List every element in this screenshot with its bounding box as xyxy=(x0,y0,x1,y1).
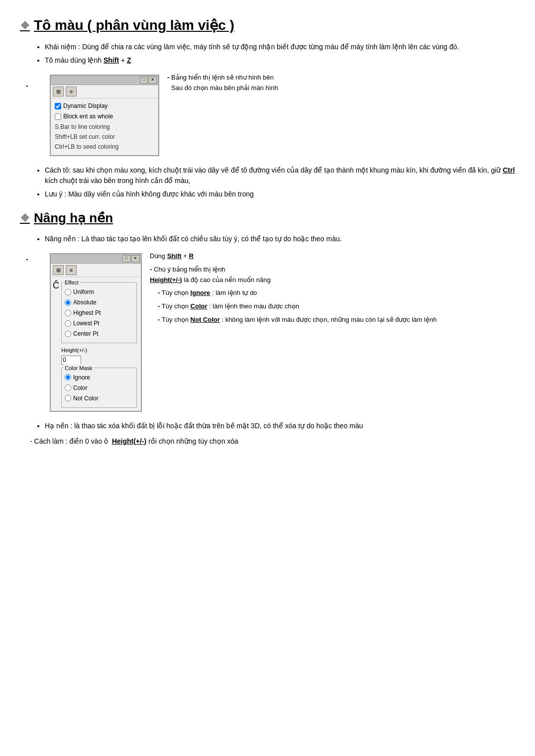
note-ignore: - Tùy chọn Ignore : làm lệnh tự do xyxy=(158,288,515,298)
height-section: Height(+/-) xyxy=(61,346,137,365)
shiftlb-text: Shift+LB set curr. color xyxy=(55,132,154,141)
bullet-cach-to: Cách tô: sau khi chọn màu xong, kích chu… xyxy=(45,165,515,186)
dialog-toolbar-2: ⊞ ≡ xyxy=(51,264,141,277)
color-label: Color xyxy=(73,383,88,392)
uniform-radio[interactable] xyxy=(65,289,71,295)
section2-bullets: Nâng nền : Là thao tác tạo tạo lên khối … xyxy=(45,234,515,244)
center-label: Center Pt xyxy=(73,329,99,338)
minimize-btn[interactable]: □ xyxy=(140,77,148,84)
absolute-radio[interactable] xyxy=(65,299,71,306)
lowest-label: Lowest Pt xyxy=(73,319,100,328)
block-ent-checkbox[interactable] xyxy=(55,113,61,120)
close-btn-2[interactable]: ✕ xyxy=(131,255,139,262)
not-color-radio[interactable] xyxy=(65,395,71,401)
dialog-minus-1: - xyxy=(26,81,28,91)
minimize-btn-2[interactable]: □ xyxy=(122,255,130,262)
diamond-icon: ❖ xyxy=(20,17,30,34)
radio-highest: Highest Pt xyxy=(65,308,133,317)
effect-group-content: Uniform Absolute Highest Pt xyxy=(65,287,133,338)
radio-absolute: Absolute xyxy=(65,298,133,307)
cursor-icon: Ĉ xyxy=(53,279,59,292)
dialog-area-1: - □ ✕ ⊞ ≡ Dynamic Display xyxy=(35,71,515,160)
highest-label: Highest Pt xyxy=(73,308,101,317)
bullet-ha-nen: Hạ nền : là thao tác xóa khối đất bị lỗi… xyxy=(45,421,515,431)
dialog-box-1: □ ✕ ⊞ ≡ Dynamic Display Block ent as who… xyxy=(50,75,159,156)
close-btn[interactable]: ✕ xyxy=(149,77,157,84)
note-color: - Tùy chọn Color : làm lệnh theo màu đượ… xyxy=(158,301,515,312)
bullet-luu-y: Lưu ý : Màu dây viền của hình không được… xyxy=(45,189,515,199)
bullet-to-mau-lenh: Tô màu dùng lệnh Shift + Z xyxy=(45,55,515,66)
section2-title: ❖ Nâng hạ nền xyxy=(20,208,515,228)
dialog-to-mau: - □ ✕ ⊞ ≡ Dynamic Display xyxy=(35,71,159,160)
effect-group-label: Effect xyxy=(64,279,80,287)
height-input[interactable] xyxy=(61,356,81,365)
height-label: Height(+/-) xyxy=(61,346,137,355)
highest-radio[interactable] xyxy=(65,310,71,316)
dialog-body-1: Dynamic Display Block ent as whole S.Bar… xyxy=(51,98,158,155)
uniform-label: Uniform xyxy=(73,287,94,296)
diamond2-icon: ❖ xyxy=(20,210,30,226)
note-not-color: - Tùy chọn Not Color : không làm lệnh vớ… xyxy=(158,315,515,325)
lowest-radio[interactable] xyxy=(65,320,71,327)
dash-note1: - xyxy=(167,74,169,81)
dung-shift: Dùng Shift + R xyxy=(150,251,515,262)
cach-lam-line: - Cách làm : điền 0 vào ô Height(+/-) rồ… xyxy=(30,436,515,447)
dialog-area-2: - □ ✕ ⊞ ≡ Ĉ Eff xyxy=(35,249,515,416)
radio-center: Center Pt xyxy=(65,329,133,338)
note1-line2: Sau đó chọn màu bên phải màn hình xyxy=(171,84,278,92)
dialog-nang-nen: □ ✕ ⊞ ≡ Ĉ Effect xyxy=(50,253,142,412)
dynamic-display-label: Dynamic Display xyxy=(63,101,107,110)
radio-lowest: Lowest Pt xyxy=(65,319,133,328)
section1-bullets2: Cách tô: sau khi chọn màu xong, kích chu… xyxy=(45,165,515,199)
list-icon[interactable]: ≡ xyxy=(66,87,77,96)
ctrllb-text: Ctrl+LB to seed coloring xyxy=(55,142,154,151)
dialog-titlebar-1: □ ✕ xyxy=(51,76,158,85)
colormask-group-label: Color Mask xyxy=(64,364,94,373)
list-icon-2[interactable]: ≡ xyxy=(66,265,77,275)
section1-note: - Bảng hiển thị lệnh sẽ như hình bên Sau… xyxy=(167,71,278,94)
color-radio[interactable] xyxy=(65,384,71,391)
dynamic-display-checkbox[interactable] xyxy=(55,103,61,109)
dynamic-display-row: Dynamic Display xyxy=(55,101,154,110)
grid-icon[interactable]: ⊞ xyxy=(53,87,64,96)
section2-ha-nen: Hạ nền : là thao tác xóa khối đất bị lỗi… xyxy=(45,421,515,431)
section-nang-ha-nen: ❖ Nâng hạ nền Nâng nền : Là thao tác tạo… xyxy=(20,208,515,447)
note-chu-y: - Chú ý bảng hiển thị lệnh Height(+/-) l… xyxy=(150,265,515,285)
dialog-nang-nen-wrapper: - □ ✕ ⊞ ≡ Ĉ Eff xyxy=(35,249,142,416)
note1-line1: Bảng hiển thị lệnh sẽ như hình bên xyxy=(171,74,274,81)
section-to-mau: ❖ Tô màu ( phân vùng làm việc ) Khái niệ… xyxy=(20,15,515,199)
center-radio[interactable] xyxy=(65,331,71,337)
radio-uniform: Uniform xyxy=(65,287,133,296)
sbar-text: S.Bar to line coloring xyxy=(55,122,154,131)
section2-notes: Dùng Shift + R - Chú ý bảng hiển thị lện… xyxy=(150,249,515,325)
dialog-titlebar-2: □ ✕ xyxy=(51,254,141,264)
ignore-radio[interactable] xyxy=(65,374,71,380)
section1-bullets: Khái niệm : Dùng để chia ra các vùng làm… xyxy=(45,42,515,66)
absolute-label: Absolute xyxy=(73,298,97,307)
bullet-khai-niem: Khái niệm : Dùng để chia ra các vùng làm… xyxy=(45,42,515,52)
dialog-minus-2: - xyxy=(26,254,28,265)
section1-title: ❖ Tô màu ( phân vùng làm việc ) xyxy=(20,15,515,36)
radio-color: Color xyxy=(65,383,133,392)
dialog-body-2: Ĉ Effect Uniform xyxy=(51,277,141,411)
grid-icon-2[interactable]: ⊞ xyxy=(53,265,64,275)
block-ent-row: Block ent as whole xyxy=(55,112,154,121)
ignore-label: Ignore xyxy=(73,373,90,382)
block-ent-label: Block ent as whole xyxy=(63,112,113,121)
radio-ignore: Ignore xyxy=(65,373,133,382)
not-color-label: Not Color xyxy=(73,394,99,403)
colormask-group-content: Ignore Color Not Color xyxy=(65,373,133,403)
bullet-nang-nen: Nâng nền : Là thao tác tạo tạo lên khối … xyxy=(45,234,515,244)
dialog-toolbar-1: ⊞ ≡ xyxy=(51,85,158,98)
radio-not-color: Not Color xyxy=(65,394,133,403)
